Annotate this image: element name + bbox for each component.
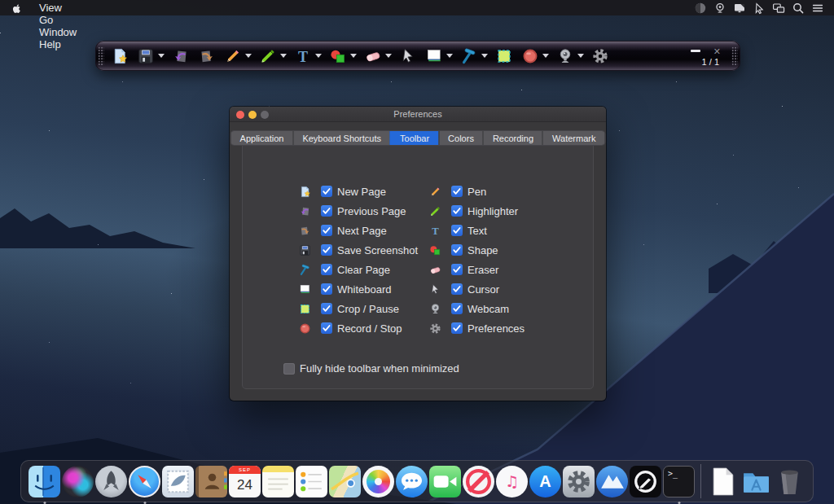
dock-itunes[interactable]: ♫ bbox=[496, 466, 528, 497]
tool-whiteboard-button[interactable] bbox=[421, 41, 456, 71]
dock-finder[interactable] bbox=[29, 466, 60, 497]
checkbox-save-screenshot[interactable] bbox=[321, 244, 332, 256]
menu-window[interactable]: Window bbox=[31, 26, 85, 38]
toolbar-item-row: Shape bbox=[428, 240, 525, 260]
dock-annotation-app[interactable] bbox=[630, 466, 661, 497]
tool-shape-button[interactable] bbox=[325, 41, 360, 71]
document-icon bbox=[707, 466, 739, 497]
dropdown-arrow-icon[interactable] bbox=[542, 54, 549, 58]
dropdown-arrow-icon[interactable] bbox=[481, 54, 488, 58]
checkbox-text[interactable] bbox=[451, 225, 463, 236]
checkbox-pen[interactable] bbox=[451, 186, 463, 197]
dock-mail[interactable] bbox=[162, 466, 194, 497]
dropdown-arrow-icon[interactable] bbox=[280, 54, 287, 58]
tab-recording[interactable]: Recording bbox=[483, 131, 542, 145]
dropdown-arrow-icon[interactable] bbox=[385, 54, 392, 58]
tab-watermark[interactable]: Watermark bbox=[542, 131, 604, 145]
tab-colors[interactable]: Colors bbox=[438, 131, 483, 145]
checkbox-highlighter[interactable] bbox=[451, 205, 463, 217]
tool-record-stop-button[interactable] bbox=[517, 41, 552, 71]
tool-pen-button[interactable] bbox=[220, 41, 255, 71]
dock-news[interactable] bbox=[463, 466, 494, 497]
tool-text-button[interactable]: T bbox=[290, 41, 325, 71]
tool-eraser-button[interactable] bbox=[360, 41, 395, 71]
dock-facetime[interactable] bbox=[429, 466, 461, 497]
dock-calendar[interactable]: SEP24 bbox=[229, 466, 261, 497]
checkbox-new-page[interactable] bbox=[321, 186, 332, 197]
checkbox-webcam[interactable] bbox=[451, 303, 463, 314]
app-status-icon[interactable] bbox=[691, 0, 710, 15]
tool-next-page-button[interactable] bbox=[194, 41, 220, 71]
checkbox-crop-pause[interactable] bbox=[321, 303, 332, 314]
tab-toolbar[interactable]: Toolbar bbox=[390, 131, 438, 145]
dropdown-arrow-icon[interactable] bbox=[315, 54, 322, 58]
dock-siri[interactable] bbox=[62, 466, 94, 497]
checkbox-previous-page[interactable] bbox=[321, 205, 332, 217]
dropdown-arrow-icon[interactable] bbox=[577, 54, 584, 58]
toolbar-item-row: Preferences bbox=[428, 318, 525, 338]
dropdown-arrow-icon[interactable] bbox=[158, 54, 165, 58]
titlebar[interactable]: Preferences bbox=[230, 107, 606, 122]
checkbox-record-stop[interactable] bbox=[321, 322, 332, 334]
tool-cursor-button[interactable] bbox=[395, 41, 421, 71]
tool-highlighter-button[interactable] bbox=[255, 41, 290, 71]
dock-launchpad[interactable] bbox=[95, 466, 127, 497]
checkbox-clear-page[interactable] bbox=[321, 264, 332, 275]
whiteboard-status-icon[interactable] bbox=[730, 0, 749, 15]
minimize-window-button[interactable] bbox=[248, 111, 257, 119]
apple-menu[interactable] bbox=[0, 2, 31, 15]
dropdown-arrow-icon[interactable] bbox=[446, 54, 453, 58]
checkbox-next-page[interactable] bbox=[321, 225, 332, 236]
tool-save-screenshot-button[interactable] bbox=[133, 41, 168, 71]
tool-preferences-button[interactable] bbox=[587, 41, 613, 71]
dock-trash[interactable] bbox=[774, 466, 805, 497]
dock-app-store[interactable]: A bbox=[529, 466, 561, 497]
cursor-status-icon[interactable] bbox=[749, 0, 769, 15]
checkbox-eraser[interactable] bbox=[451, 264, 463, 275]
toolbar-close-button[interactable]: ✕ bbox=[713, 47, 721, 55]
dock-mountain-app[interactable] bbox=[596, 466, 628, 497]
dock-maps[interactable] bbox=[329, 466, 361, 497]
spotlight-icon[interactable] bbox=[788, 0, 808, 15]
tool-crop-pause-button[interactable] bbox=[491, 41, 517, 71]
tool-clear-page-button[interactable] bbox=[456, 41, 491, 71]
whiteboard-icon bbox=[298, 283, 312, 296]
toolbar-grip-right[interactable] bbox=[731, 46, 738, 65]
checkbox-shape[interactable] bbox=[451, 244, 463, 256]
menu-go[interactable]: Go bbox=[31, 14, 85, 26]
zoom-window-button[interactable] bbox=[261, 111, 269, 119]
checkbox-whiteboard[interactable] bbox=[321, 283, 332, 295]
checkbox-label: Preferences bbox=[467, 322, 525, 335]
checkbox-preferences[interactable] bbox=[451, 322, 463, 334]
dock-reminders[interactable] bbox=[296, 466, 327, 497]
displays-status-icon[interactable] bbox=[769, 0, 788, 15]
annotation-toolbar[interactable]: T ✕ 1 / 1 bbox=[95, 41, 740, 71]
tool-previous-page-button[interactable] bbox=[168, 41, 194, 71]
dropdown-arrow-icon[interactable] bbox=[245, 54, 252, 58]
dock-notes[interactable] bbox=[262, 466, 294, 497]
dock-terminal[interactable]: >_ bbox=[663, 466, 695, 497]
tool-new-page-button[interactable] bbox=[107, 41, 133, 71]
dock-safari[interactable] bbox=[129, 466, 160, 497]
tab-application[interactable]: Application bbox=[231, 131, 293, 145]
apple-logo-icon bbox=[11, 2, 23, 15]
dock-contacts[interactable] bbox=[195, 466, 227, 497]
dropdown-arrow-icon[interactable] bbox=[350, 54, 357, 58]
close-window-button[interactable] bbox=[236, 111, 244, 119]
checkbox-cursor[interactable] bbox=[451, 283, 463, 295]
dock-applications-folder[interactable] bbox=[740, 466, 772, 497]
dock-photos[interactable] bbox=[362, 466, 394, 497]
dock-document[interactable] bbox=[707, 466, 739, 497]
webcam-status-icon[interactable] bbox=[710, 0, 730, 15]
tab-keyboard-shortcuts[interactable]: Keyboard Shortcuts bbox=[292, 131, 390, 145]
previous-page-icon bbox=[171, 46, 191, 66]
menu-help[interactable]: Help bbox=[31, 38, 85, 50]
checkbox-fully-hide-toolbar-when-minimized[interactable] bbox=[283, 363, 295, 375]
dock-messages[interactable] bbox=[396, 466, 428, 497]
menu-view[interactable]: View bbox=[31, 2, 85, 14]
dock-system-preferences[interactable] bbox=[563, 466, 595, 497]
toolbar-minimize-button[interactable] bbox=[691, 50, 700, 51]
toolbar-grip-left[interactable] bbox=[98, 46, 104, 65]
tool-webcam-button[interactable] bbox=[552, 41, 587, 71]
notification-center-icon[interactable] bbox=[808, 0, 827, 15]
